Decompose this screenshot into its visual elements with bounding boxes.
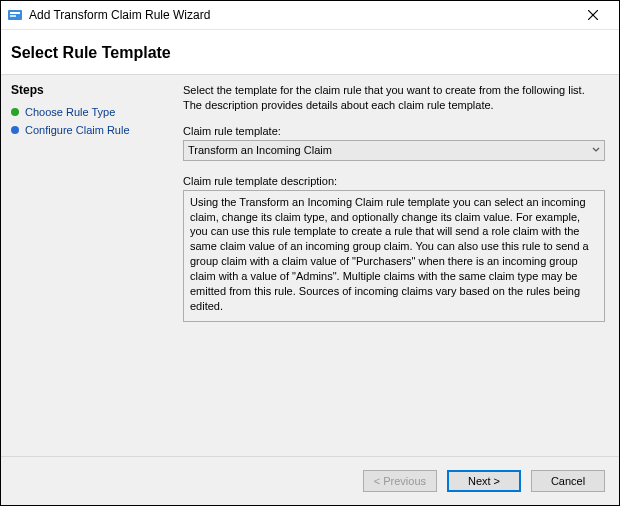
template-description: Using the Transform an Incoming Claim ru… [183, 190, 605, 323]
next-button[interactable]: Next > [447, 470, 521, 492]
template-label: Claim rule template: [183, 125, 605, 137]
wizard-footer: < Previous Next > Cancel [1, 456, 619, 505]
step-configure-claim-rule[interactable]: Configure Claim Rule [11, 121, 163, 139]
description-label: Claim rule template description: [183, 175, 605, 187]
app-icon [7, 7, 23, 23]
chevron-down-icon [584, 144, 600, 156]
svg-rect-2 [10, 15, 16, 17]
step-bullet-pending-icon [11, 126, 19, 134]
step-label: Choose Rule Type [25, 106, 115, 118]
step-bullet-active-icon [11, 108, 19, 116]
step-choose-rule-type[interactable]: Choose Rule Type [11, 103, 163, 121]
step-label: Configure Claim Rule [25, 124, 130, 136]
close-button[interactable] [573, 1, 613, 29]
steps-panel: Steps Choose Rule Type Configure Claim R… [1, 75, 173, 456]
wizard-window: Add Transform Claim Rule Wizard Select R… [0, 0, 620, 506]
close-icon [588, 10, 598, 20]
select-value: Transform an Incoming Claim [188, 144, 584, 156]
intro-text: Select the template for the claim rule t… [183, 83, 605, 113]
page-title: Select Rule Template [1, 30, 619, 74]
cancel-button[interactable]: Cancel [531, 470, 605, 492]
window-title: Add Transform Claim Rule Wizard [29, 8, 573, 22]
claim-rule-template-select[interactable]: Transform an Incoming Claim [183, 140, 605, 161]
svg-rect-1 [10, 12, 20, 14]
content-panel: Select the template for the claim rule t… [173, 75, 619, 456]
steps-heading: Steps [11, 83, 163, 97]
previous-button: < Previous [363, 470, 437, 492]
titlebar: Add Transform Claim Rule Wizard [1, 1, 619, 30]
wizard-body: Steps Choose Rule Type Configure Claim R… [1, 74, 619, 456]
